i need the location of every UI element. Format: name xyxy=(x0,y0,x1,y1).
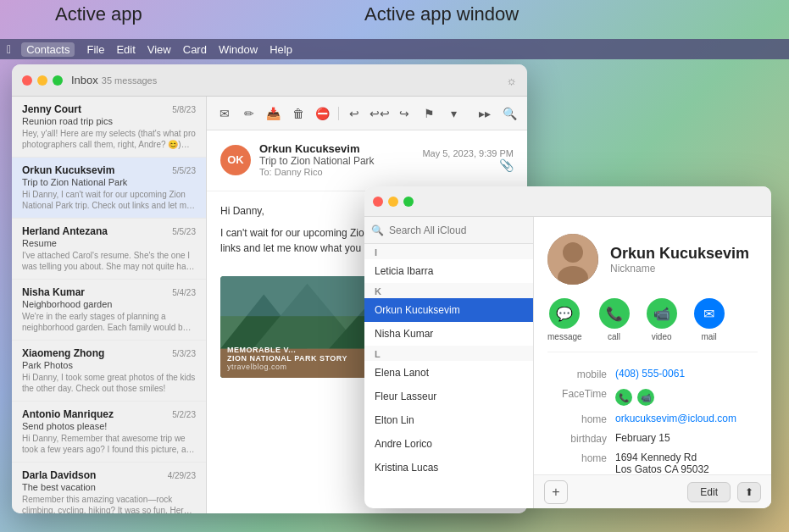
sender-avatar: OK xyxy=(220,145,251,175)
contacts-close-button[interactable] xyxy=(373,197,383,207)
contacts-minimize-button[interactable] xyxy=(388,197,398,207)
contact-footer: + Edit ⬆ xyxy=(534,474,771,508)
mail-from-info: Orkun Kucuksevim Trip to Zion National P… xyxy=(259,142,422,177)
mail-item-orkun[interactable]: Orkun Kucuksevim 5/5/23 Trip to Zion Nat… xyxy=(12,158,206,219)
edit-contact-button[interactable]: Edit xyxy=(687,482,731,502)
contact-photo xyxy=(547,234,598,285)
mail-item-antonio[interactable]: Antonio Manriquez 5/2/23 Send photos ple… xyxy=(12,402,206,463)
field-facetime: FaceTime 📞 📹 xyxy=(547,387,758,406)
more-options-icon[interactable]: ▸▸ xyxy=(476,104,494,123)
search-input[interactable] xyxy=(389,224,526,236)
call-icon: 📞 xyxy=(599,298,630,329)
minimize-button[interactable] xyxy=(37,75,47,86)
mail-preview: I've attached Carol's resume. She's the … xyxy=(22,250,196,272)
search-icon[interactable]: 🔍 xyxy=(501,104,519,123)
menu-file[interactable]: File xyxy=(86,43,104,56)
mail-item-nisha[interactable]: Nisha Kumar 5/4/23 Neighborhood garden W… xyxy=(12,280,206,341)
mail-meta: May 5, 2023, 9:39 PM 📎 xyxy=(422,148,514,172)
junk-icon[interactable]: ⛔ xyxy=(314,104,331,123)
action-video[interactable]: 📹 video xyxy=(647,298,677,341)
from-name: Orkun Kucuksevim xyxy=(259,142,422,155)
archive-icon[interactable]: 📥 xyxy=(264,104,282,123)
field-value-home-email[interactable]: orkucuksevim@icloud.com xyxy=(615,413,758,425)
field-label-home-address: home xyxy=(547,452,607,475)
mail-item-xiaomeng[interactable]: Xiaomeng Zhong 5/3/23 Park Photos Hi Dan… xyxy=(12,341,206,402)
mail-header-area: OK Orkun Kucuksevim Trip to Zion Nationa… xyxy=(207,130,527,191)
mail-subject: The best vacation xyxy=(22,482,196,492)
trash-icon[interactable]: 🗑 xyxy=(289,104,307,123)
mail-date: 4/29/23 xyxy=(168,471,196,480)
menu-edit[interactable]: Edit xyxy=(116,43,135,56)
mail-preview: We're in the early stages of planning a … xyxy=(22,311,196,333)
flag-icon[interactable]: ⚑ xyxy=(420,104,438,123)
contact-nisha[interactable]: Nisha Kumar xyxy=(364,322,533,346)
contacts-search-bar[interactable]: 🔍 xyxy=(364,217,534,244)
menu-help[interactable]: Help xyxy=(269,43,292,56)
action-mail[interactable]: ✉ mail xyxy=(694,298,725,341)
field-label-birthday: birthday xyxy=(547,432,607,445)
contact-andre[interactable]: Andre Lorico xyxy=(364,432,533,456)
call-label: call xyxy=(608,332,620,341)
more-icon[interactable]: ▾ xyxy=(445,104,463,123)
contact-elena[interactable]: Elena Lanot xyxy=(364,361,533,385)
video-icon: 📹 xyxy=(647,298,677,329)
active-app-window-annotation: Active app window xyxy=(364,3,519,25)
action-message[interactable]: 💬 message xyxy=(547,298,582,341)
menu-view[interactable]: View xyxy=(147,43,171,56)
field-value-birthday: February 15 xyxy=(615,432,758,445)
menu-window[interactable]: Window xyxy=(219,43,258,56)
section-header-i: I xyxy=(364,244,533,259)
mail-date: 5/4/23 xyxy=(172,288,196,297)
mail-toolbar: ✉ ✏ 📥 🗑 ⛔ ↩ ↩↩ ↪ ⚑ ▾ ▸▸ 🔍 xyxy=(207,97,527,130)
mail-inbox-title: Inbox xyxy=(71,74,98,86)
sender-name: Herland Antezana xyxy=(22,225,108,237)
mail-preview: Hey, y'all! Here are my selects (that's … xyxy=(22,128,196,150)
contact-footer-actions: Edit ⬆ xyxy=(687,482,761,502)
reply-all-icon[interactable]: ↩↩ xyxy=(370,104,389,123)
forward-icon[interactable]: ↪ xyxy=(396,104,414,123)
maximize-button[interactable] xyxy=(53,75,63,86)
mail-item-herland[interactable]: Herland Antezana 5/5/23 Resume I've atta… xyxy=(12,219,206,280)
apple-menu[interactable]:  xyxy=(7,42,11,56)
message-icon: 💬 xyxy=(549,298,580,329)
contacts-traffic-lights xyxy=(373,197,414,207)
add-contact-button[interactable]: + xyxy=(544,480,568,504)
message-label: message xyxy=(547,332,582,341)
contact-elton[interactable]: Elton Lin xyxy=(364,408,533,432)
mail-preview: Hi Danny, Remember that awesome trip we … xyxy=(22,433,196,455)
compose-icon[interactable]: ☼ xyxy=(506,74,517,87)
share-contact-button[interactable]: ⬆ xyxy=(737,482,761,502)
field-value-home-address: 1694 Kennedy Rd Los Gatos CA 95032 xyxy=(615,452,758,475)
sender-name: Xiaomeng Zhong xyxy=(22,347,104,359)
mail-subject: Send photos please! xyxy=(22,421,196,431)
svg-point-8 xyxy=(563,242,583,263)
menu-card[interactable]: Card xyxy=(183,43,207,56)
sender-name: Antonio Manriquez xyxy=(22,408,114,420)
reply-icon[interactable]: ↩ xyxy=(346,104,364,123)
active-app-annotation: Active app xyxy=(55,3,142,25)
action-call[interactable]: 📞 call xyxy=(599,298,630,341)
contact-leticia[interactable]: Leticia Ibarra xyxy=(364,259,533,283)
field-label-home-email: home xyxy=(547,413,607,425)
mail-preview: Hi Danny, I can't wait for our upcoming … xyxy=(22,189,196,211)
contact-fleur[interactable]: Fleur Lasseur xyxy=(364,385,533,408)
facetime-phone-icon[interactable]: 📞 xyxy=(615,389,632,406)
sender-name: Darla Davidson xyxy=(22,469,96,481)
mail-date: 5/3/23 xyxy=(172,349,196,358)
field-birthday: birthday February 15 xyxy=(547,432,758,445)
mail-item-jenny[interactable]: Jenny Court 5/8/23 Reunion road trip pic… xyxy=(12,97,206,158)
compose-icon[interactable]: ✏ xyxy=(240,104,258,123)
menu-contacts[interactable]: Contacts xyxy=(21,42,75,57)
close-button[interactable] xyxy=(22,75,32,86)
facetime-video-icon[interactable]: 📹 xyxy=(637,389,654,406)
mail-date: 5/8/23 xyxy=(172,105,196,114)
field-value-mobile[interactable]: (408) 555-0061 xyxy=(615,368,758,380)
contacts-list: I Leticia Ibarra K Orkun Kucuksevim Nish… xyxy=(364,244,534,508)
contact-orkun[interactable]: Orkun Kucuksevim xyxy=(364,298,533,322)
contact-kristina[interactable]: Kristina Lucas xyxy=(364,456,533,479)
from-subject: Trip to Zion National Park xyxy=(259,155,422,167)
mail-item-darla[interactable]: Darla Davidson 4/29/23 The best vacation… xyxy=(12,463,206,513)
contacts-window: 🔍 I Leticia Ibarra K Orkun Kucuksevim Ni… xyxy=(364,186,771,508)
contacts-maximize-button[interactable] xyxy=(403,197,414,207)
reply-icon[interactable]: ✉ xyxy=(215,104,233,123)
